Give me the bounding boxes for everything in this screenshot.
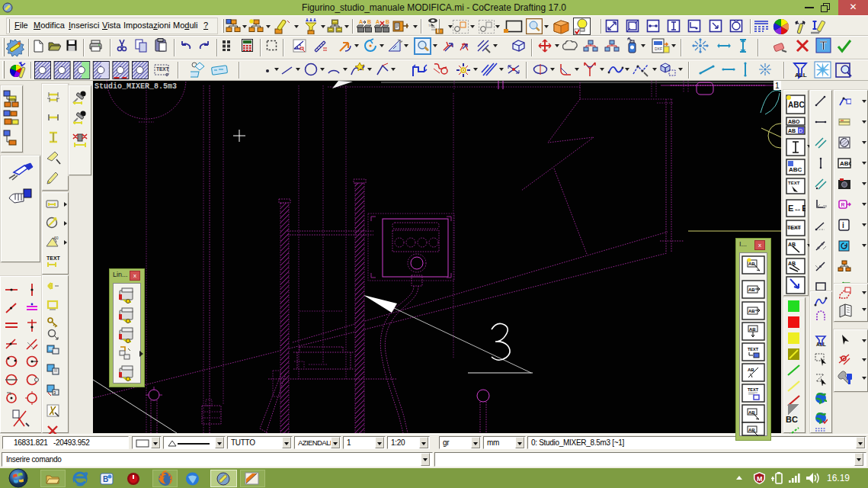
svg-text:AB: AB [788,128,796,133]
svg-text:DXF: DXF [655,47,662,51]
svg-text:i: i [842,221,844,230]
svg-text:A: A [359,19,363,24]
svg-text:TEXT: TEXT [788,181,800,185]
svg-text:ALL: ALL [816,342,826,347]
svg-text:A: A [376,19,380,24]
svg-text:R: R [841,202,845,207]
svg-text:B: B [386,19,389,24]
svg-text:AB: AB [788,242,796,247]
svg-text:E↔E: E↔E [788,204,806,213]
svg-text:Studio_MIXER_8.5m3: Studio_MIXER_8.5m3 [94,82,177,91]
svg-text:60: 60 [54,236,59,240]
svg-text:D: D [799,128,802,133]
svg-text:AB: AB [748,262,755,266]
svg-text:TEXT: TEXT [156,66,169,72]
svg-text:AB: AB [748,410,755,415]
svg-text:ABC: ABC [840,160,851,167]
svg-text:AB: AB [748,287,755,292]
svg-text:AB: AB [788,261,796,266]
svg-text:ABC: ABC [789,166,802,173]
svg-text:TEXT: TEXT [748,387,759,392]
svg-text:Tree: Tree [428,24,435,27]
svg-text:M: M [757,475,763,483]
svg-text:ABC: ABC [788,101,805,109]
svg-text:TEXT: TEXT [748,347,759,352]
svg-text:AB: AB [748,368,754,372]
svg-text:AB: AB [748,309,755,313]
svg-text:TEXT: TEXT [787,225,802,230]
svg-text:AB: AB [749,327,756,332]
svg-text:ABO: ABO [788,119,800,124]
svg-text:TEXT: TEXT [46,255,60,261]
svg-text:B: B [367,19,371,24]
svg-text:ALL: ALL [795,72,807,79]
svg-text:B: B [103,475,108,483]
svg-text:AB: AB [748,428,755,432]
svg-text:1: 1 [775,82,780,90]
